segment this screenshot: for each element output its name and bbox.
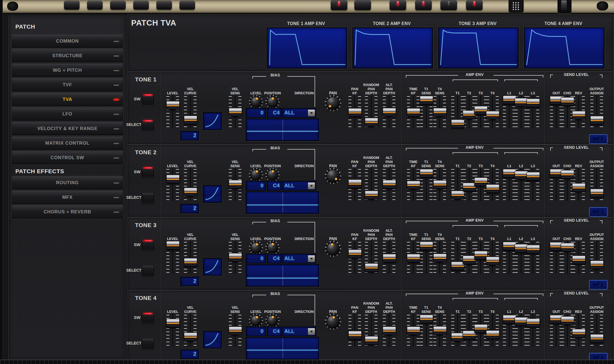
dropdown-arrow-button[interactable] bbox=[308, 182, 315, 189]
tone3-l2-slider[interactable] bbox=[515, 242, 527, 273]
tone4-t3-slider[interactable] bbox=[474, 315, 487, 346]
tone4-t1-slider[interactable] bbox=[451, 315, 464, 346]
tone3-l1-slider[interactable] bbox=[503, 242, 516, 273]
dropdown-arrow-button[interactable] bbox=[308, 328, 315, 335]
slider-cap[interactable] bbox=[474, 106, 488, 115]
tone3-bias-position-value[interactable]: C4 bbox=[267, 254, 282, 264]
slider-cap[interactable] bbox=[433, 326, 447, 335]
sidebar-item-matrix-control[interactable]: MATRIX CONTROL bbox=[12, 137, 123, 150]
tone3-level-slider[interactable] bbox=[166, 242, 179, 273]
slider-cap[interactable] bbox=[348, 179, 362, 188]
sidebar-item-wg-pitch[interactable]: WG + PITCH bbox=[12, 64, 123, 77]
tone1-t2-slider[interactable] bbox=[463, 96, 475, 127]
sidebar-item-mfx[interactable]: MFX bbox=[12, 191, 123, 204]
tone1-t3-slider[interactable] bbox=[474, 96, 487, 127]
tone2-t1-slider[interactable] bbox=[451, 169, 464, 200]
slider-cap[interactable] bbox=[433, 108, 447, 117]
tone1-vel_sens-slider[interactable] bbox=[229, 96, 241, 127]
tone1-t1-slider[interactable] bbox=[451, 96, 464, 127]
tone4-pan_kf-slider[interactable] bbox=[348, 315, 361, 346]
slider-cap[interactable] bbox=[365, 191, 378, 199]
slider-cap[interactable] bbox=[590, 260, 604, 269]
tone2-time_kf-slider[interactable] bbox=[407, 169, 420, 200]
tone2-t4-slider[interactable] bbox=[486, 169, 499, 200]
slider-cap[interactable] bbox=[420, 169, 433, 178]
slider-cap[interactable] bbox=[229, 180, 242, 189]
tone3-time_kf-slider[interactable] bbox=[407, 242, 420, 273]
tone2-alt_pan-slider[interactable] bbox=[383, 169, 395, 200]
slider-cap[interactable] bbox=[474, 251, 488, 260]
tone4-cho-slider[interactable] bbox=[561, 315, 574, 346]
slider-cap[interactable] bbox=[184, 258, 197, 267]
tone2-pan_kf-slider[interactable] bbox=[348, 169, 361, 200]
slider-cap[interactable] bbox=[433, 253, 447, 262]
slider-cap[interactable] bbox=[166, 175, 180, 183]
tone4-time_kf-slider[interactable] bbox=[407, 315, 420, 346]
slider-cap[interactable] bbox=[166, 101, 180, 110]
slider-cap[interactable] bbox=[451, 261, 464, 270]
tone3-cho-slider[interactable] bbox=[561, 242, 574, 273]
tone4-alt_pan-slider[interactable] bbox=[383, 315, 395, 346]
slider-cap[interactable] bbox=[515, 317, 528, 326]
slider-cap[interactable] bbox=[365, 263, 378, 272]
tone3-vel-curve-value[interactable]: 2 bbox=[180, 277, 199, 286]
matrix-grid-icon[interactable] bbox=[509, 0, 523, 13]
tone4-l3-slider[interactable] bbox=[527, 315, 539, 346]
slider-cap[interactable] bbox=[572, 255, 585, 264]
tone4-bias-position-value[interactable]: C4 bbox=[267, 327, 282, 337]
tone3-assign-slider[interactable] bbox=[590, 242, 603, 273]
tone3-t4-slider[interactable] bbox=[486, 242, 499, 273]
tone3-vel_curve-slider[interactable] bbox=[184, 242, 197, 273]
tone3-t4_sens-slider[interactable] bbox=[433, 242, 446, 273]
slider-cap[interactable] bbox=[166, 319, 180, 327]
tone3-bias-direction-dropdown[interactable]: ALL bbox=[282, 254, 316, 264]
toolbar-button-4[interactable] bbox=[133, 1, 149, 10]
slider-cap[interactable] bbox=[365, 118, 378, 126]
tone3-bias-position-knob[interactable] bbox=[265, 241, 280, 255]
tone4-select-button[interactable] bbox=[142, 338, 154, 349]
tone4-l1-slider[interactable] bbox=[503, 315, 516, 346]
tone2-vel-curve-value[interactable]: 2 bbox=[180, 204, 199, 213]
tone2-bias-direction-dropdown[interactable]: ALL bbox=[282, 181, 316, 191]
toolbar-button-3[interactable] bbox=[110, 1, 126, 10]
tone3-l3-slider[interactable] bbox=[527, 242, 539, 273]
slider-cap[interactable] bbox=[527, 172, 540, 181]
slider-cap[interactable] bbox=[463, 183, 476, 191]
slider-cap[interactable] bbox=[383, 326, 396, 335]
slider-cap[interactable] bbox=[407, 326, 420, 335]
slider-cap[interactable] bbox=[348, 108, 362, 117]
slider-cap[interactable] bbox=[561, 170, 574, 179]
tone2-vel_sens-slider[interactable] bbox=[229, 169, 241, 200]
slider-cap[interactable] bbox=[420, 96, 433, 104]
toolbar-button-2[interactable] bbox=[87, 1, 103, 10]
tone2-l3-slider[interactable] bbox=[527, 169, 539, 200]
slider-cap[interactable] bbox=[515, 98, 528, 107]
slider-cap[interactable] bbox=[572, 183, 585, 192]
tone1-l2-slider[interactable] bbox=[515, 96, 527, 127]
slider-cap[interactable] bbox=[229, 326, 242, 335]
slider-cap[interactable] bbox=[451, 119, 464, 128]
slider-cap[interactable] bbox=[486, 257, 499, 265]
tone4-t1_sens-slider[interactable] bbox=[420, 315, 433, 346]
tone3-sw-button[interactable] bbox=[142, 239, 154, 250]
slider-cap[interactable] bbox=[184, 115, 197, 124]
tone3-t1_sens-slider[interactable] bbox=[420, 242, 433, 273]
tone3-bias-level-knob[interactable] bbox=[249, 241, 263, 255]
tone4-bias-position-knob[interactable] bbox=[265, 313, 280, 328]
toolbar-button-5[interactable] bbox=[156, 1, 172, 10]
tone4-random_pan-slider[interactable] bbox=[365, 315, 378, 346]
slider-cap[interactable] bbox=[527, 318, 540, 327]
slider-cap[interactable] bbox=[590, 116, 604, 125]
slider-cap[interactable] bbox=[503, 242, 516, 250]
slider-cap[interactable] bbox=[527, 245, 540, 253]
toolbar-led-button-6[interactable]: MONO bbox=[466, 0, 483, 10]
sidebar-item-routing[interactable]: ROUTING bbox=[12, 176, 123, 189]
sidebar-item-lfo[interactable]: LFO bbox=[12, 107, 123, 121]
slider-cap[interactable] bbox=[572, 329, 585, 338]
toolbar-led-button-3[interactable]: PORTAMENTO bbox=[390, 0, 406, 10]
sidebar-item-tvf[interactable]: TVF bbox=[12, 78, 123, 92]
slider-cap[interactable] bbox=[229, 253, 242, 262]
slider-cap[interactable] bbox=[407, 108, 420, 117]
tone4-bias-level-knob[interactable] bbox=[249, 313, 263, 328]
tone2-bias-position-value[interactable]: C4 bbox=[267, 181, 282, 191]
